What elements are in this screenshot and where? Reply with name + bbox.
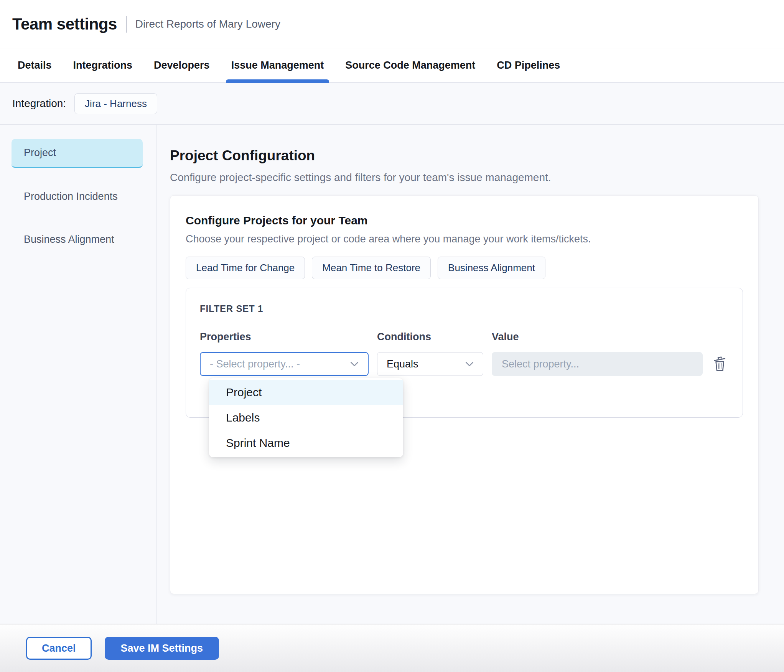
content-area: Project Production Incidents Business Al… <box>0 125 784 624</box>
value-column-label: Value <box>492 331 703 343</box>
footer-action-bar: Cancel Save IM Settings <box>0 624 784 672</box>
sidebar-item-label: Project <box>24 147 56 159</box>
tab-label: Details <box>18 59 52 71</box>
chevron-down-icon <box>350 361 359 367</box>
filter-set-1: FILTER SET 1 Properties Conditions Value… <box>186 288 743 418</box>
dropdown-option-labels[interactable]: Labels <box>209 405 403 430</box>
tab-cd-pipelines[interactable]: CD Pipelines <box>497 48 560 82</box>
tab-developers[interactable]: Developers <box>154 48 210 82</box>
property-select-placeholder: - Select property... - <box>210 358 300 370</box>
integration-row: Integration: Jira - Harness <box>0 83 784 125</box>
filter-set-title: FILTER SET 1 <box>200 303 729 314</box>
delete-filter-button[interactable] <box>711 354 729 374</box>
tab-bar: Details Integrations Developers Issue Ma… <box>0 48 784 83</box>
integration-label: Integration: <box>12 97 66 110</box>
chevron-down-icon <box>465 361 474 367</box>
tab-details[interactable]: Details <box>18 48 52 82</box>
sidebar: Project Production Incidents Business Al… <box>0 125 156 624</box>
chip-mean-time-to-restore[interactable]: Mean Time to Restore <box>312 257 431 279</box>
tab-source-code-management[interactable]: Source Code Management <box>345 48 475 82</box>
trash-icon <box>712 356 728 372</box>
chip-lead-time-for-change[interactable]: Lead Time for Change <box>186 257 305 279</box>
conditions-column-label: Conditions <box>377 331 483 343</box>
property-select-wrapper: - Select property... - Project Labels Sp… <box>200 352 369 376</box>
main-panel: Project Configuration Configure project-… <box>156 125 784 624</box>
tab-label: Source Code Management <box>345 59 475 71</box>
sidebar-item-label: Production Incidents <box>24 191 118 203</box>
page-subtitle: Direct Reports of Mary Lowery <box>135 18 280 30</box>
sidebar-item-project[interactable]: Project <box>12 139 143 168</box>
cancel-button[interactable]: Cancel <box>26 637 92 660</box>
condition-select[interactable]: Equals <box>377 352 483 376</box>
filter-grid: Properties Conditions Value - Select pro… <box>200 331 729 376</box>
save-im-settings-button[interactable]: Save IM Settings <box>105 637 219 660</box>
section-heading: Project Configuration <box>170 148 759 164</box>
tab-label: Integrations <box>73 59 133 71</box>
dropdown-option-sprint-name[interactable]: Sprint Name <box>209 430 403 456</box>
integration-chip[interactable]: Jira - Harness <box>74 93 157 114</box>
metric-chips: Lead Time for Change Mean Time to Restor… <box>186 257 743 279</box>
page-header: Team settings Direct Reports of Mary Low… <box>0 0 784 48</box>
card-title: Configure Projects for your Team <box>186 214 743 227</box>
chip-business-alignment[interactable]: Business Alignment <box>438 257 545 279</box>
tab-label: Developers <box>154 59 210 71</box>
condition-select-value: Equals <box>387 358 418 370</box>
properties-column-label: Properties <box>200 331 369 343</box>
active-tab-indicator <box>226 79 329 83</box>
sidebar-item-label: Business Alignment <box>24 234 114 245</box>
configure-projects-card: Configure Projects for your Team Choose … <box>170 195 759 594</box>
tab-label: CD Pipelines <box>497 59 560 71</box>
tab-issue-management[interactable]: Issue Management <box>231 48 324 82</box>
sidebar-item-business-alignment[interactable]: Business Alignment <box>12 225 143 254</box>
property-select[interactable]: - Select property... - <box>200 352 369 376</box>
page-title: Team settings <box>12 15 117 33</box>
sidebar-item-production-incidents[interactable]: Production Incidents <box>12 182 143 211</box>
value-input[interactable] <box>492 352 703 376</box>
card-subtitle: Choose your respective project or code a… <box>186 233 743 245</box>
dropdown-option-project[interactable]: Project <box>209 380 403 405</box>
title-divider <box>126 16 127 33</box>
tab-label: Issue Management <box>231 59 324 71</box>
section-description: Configure project-specific settings and … <box>170 171 759 184</box>
property-dropdown: Project Labels Sprint Name <box>209 378 403 457</box>
tab-integrations[interactable]: Integrations <box>73 48 133 82</box>
